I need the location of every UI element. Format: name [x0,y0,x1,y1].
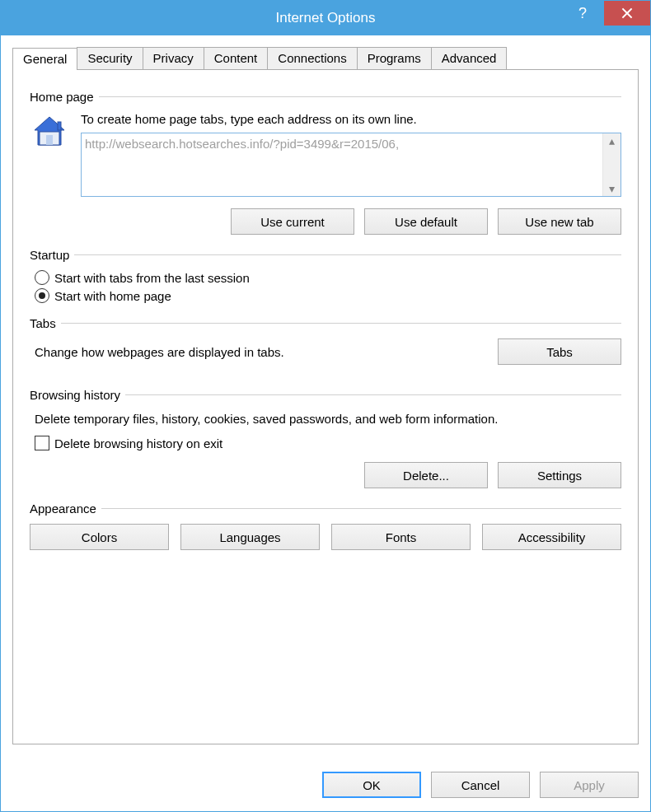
client-area: General Security Privacy Content Connect… [1,35,650,811]
window-controls: ? [561,1,650,35]
help-button[interactable]: ? [561,1,604,26]
tab-panel-general: Home page To create home page tabs, type… [12,69,639,744]
tab-privacy[interactable]: Privacy [143,47,204,69]
scroll-up-icon: ▴ [609,135,615,147]
tab-security[interactable]: Security [77,47,143,69]
tabs-button[interactable]: Tabs [498,338,621,365]
colors-button[interactable]: Colors [30,524,169,550]
tab-content[interactable]: Content [204,47,269,69]
ok-button[interactable]: OK [322,772,421,798]
scroll-down-icon: ▾ [609,183,615,194]
apply-button[interactable]: Apply [540,772,639,798]
settings-button[interactable]: Settings [498,462,621,488]
homepage-row: To create home page tabs, type each addr… [30,112,621,235]
dialog-window: Internet Options ? General Security Priv… [0,0,651,812]
radio-icon [35,288,49,303]
use-current-button[interactable]: Use current [231,208,354,235]
close-button[interactable] [604,1,650,26]
group-startup-label: Startup [30,248,69,262]
homepage-right: To create home page tabs, type each addr… [81,112,621,235]
history-desc: Delete temporary files, history, cookies… [35,410,621,427]
cancel-button[interactable]: Cancel [431,772,530,798]
group-tabs-label: Tabs [30,316,56,330]
history-buttons: Delete... Settings [30,462,621,488]
window-title: Internet Options [276,10,376,26]
group-history-label: Browsing history [30,388,120,402]
fonts-button[interactable]: Fonts [331,524,471,550]
group-history: Browsing history [30,388,621,402]
radio-last-session[interactable]: Start with tabs from the last session [35,270,621,285]
group-appearance-label: Appearance [30,502,96,516]
svg-rect-3 [58,122,61,130]
use-new-tab-button[interactable]: Use new tab [498,208,621,235]
radio-last-session-label: Start with tabs from the last session [54,271,250,285]
close-icon [621,7,633,19]
languages-button[interactable]: Languages [180,524,320,550]
tabs-section-row: Change how webpages are displayed in tab… [30,338,621,365]
homepage-url-wrap: ▴ ▾ [81,133,621,197]
tab-strip: General Security Privacy Content Connect… [12,47,639,69]
tab-advanced[interactable]: Advanced [431,47,508,69]
group-appearance: Appearance [30,502,621,516]
accessibility-button[interactable]: Accessibility [482,524,621,550]
homepage-url-input[interactable] [82,133,602,196]
use-default-button[interactable]: Use default [364,208,488,235]
delete-on-exit-label: Delete browsing history on exit [54,436,222,450]
tab-programs[interactable]: Programs [357,47,432,69]
divider [74,254,621,255]
group-tabs: Tabs [30,316,621,330]
titlebar: Internet Options ? [1,1,650,35]
homepage-hint: To create home page tabs, type each addr… [81,112,621,126]
textarea-scrollbar[interactable]: ▴ ▾ [602,133,621,196]
group-homepage: Home page [30,90,621,104]
delete-on-exit-checkbox[interactable]: Delete browsing history on exit [35,436,621,450]
radio-home-page[interactable]: Start with home page [35,288,621,303]
radio-icon [35,270,49,285]
homepage-buttons: Use current Use default Use new tab [81,208,621,235]
appearance-buttons: Colors Languages Fonts Accessibility [30,524,621,550]
home-icon [30,114,69,153]
group-startup: Startup [30,248,621,262]
divider [101,508,621,509]
checkbox-icon [35,436,49,450]
group-homepage-label: Home page [30,90,94,104]
tab-general[interactable]: General [12,48,77,70]
divider [61,323,621,324]
dialog-footer: OK Cancel Apply [322,772,639,798]
radio-home-page-label: Start with home page [54,289,171,303]
divider [99,96,621,97]
svg-rect-2 [46,135,53,145]
delete-button[interactable]: Delete... [364,462,488,488]
divider [125,394,621,395]
tab-connections[interactable]: Connections [267,47,357,69]
tabs-desc: Change how webpages are displayed in tab… [35,345,284,359]
